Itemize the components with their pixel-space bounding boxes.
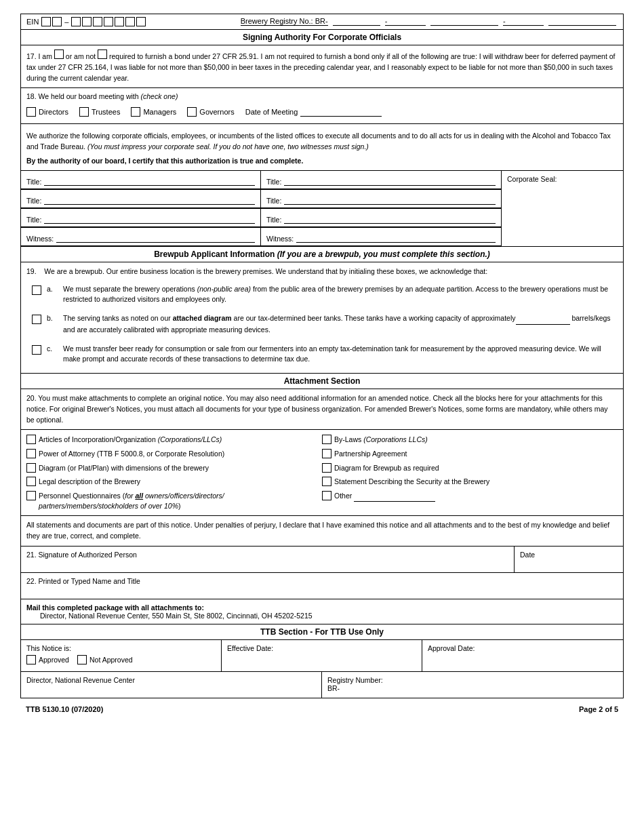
effective-date-label: Effective Date: <box>227 644 273 652</box>
managers-label: Managers <box>143 108 176 116</box>
brewery-reg-blank1[interactable] <box>333 17 380 26</box>
managers-option[interactable]: Managers <box>131 107 176 117</box>
attachment-8-checkbox[interactable] <box>322 463 331 473</box>
title-3-left-line[interactable] <box>44 214 255 224</box>
attachment-4-label: Legal description of the Brewery <box>39 477 140 487</box>
trustees-option[interactable]: Trustees <box>79 107 120 117</box>
witness-right-line[interactable] <box>296 233 496 243</box>
approved-option[interactable]: Approved <box>26 655 69 664</box>
brewpub-a-checkbox[interactable] <box>32 285 41 295</box>
attachment-10-checkbox[interactable] <box>322 491 331 500</box>
brewpub-item-c: c. We must transfer beer ready for consu… <box>21 341 623 368</box>
attachment-item-6: By-Laws (Corporations LLCs) <box>322 433 618 447</box>
ein-cell-4[interactable] <box>82 17 92 26</box>
item-20-number: 20. <box>26 394 38 402</box>
mail-address: Director, National Revenue Center, 550 M… <box>26 612 618 620</box>
date-of-meeting-label: Date of Meeting <box>245 108 298 116</box>
ein-cell-8[interactable] <box>125 17 135 26</box>
attachment-item-2: Power of Attorney (TTB F 5000.8, or Corp… <box>26 447 322 461</box>
approval-date-label: Approval Date: <box>428 644 475 652</box>
ttb-notice-label: This Notice is: <box>26 644 216 652</box>
governors-checkbox[interactable] <box>187 107 197 117</box>
attachment-6-label: By-Laws (Corporations LLCs) <box>334 435 428 445</box>
brewpub-section: Brewpub Applicant Information (If you ar… <box>21 247 623 374</box>
witness-left: Witness: <box>21 228 261 246</box>
brewpub-c-checkbox[interactable] <box>32 345 41 355</box>
ein-cell-7[interactable] <box>115 17 124 26</box>
title-2-right-line[interactable] <box>284 195 496 205</box>
ein-cell-6[interactable] <box>104 17 113 26</box>
attachment-7-label: Partnership Agreement <box>334 449 407 459</box>
not-approved-option[interactable]: Not Approved <box>77 655 133 664</box>
ein-cell-9[interactable] <box>136 17 146 26</box>
statements-section: All statements and documents are part of… <box>21 516 623 547</box>
attachment-1-checkbox[interactable] <box>26 435 36 444</box>
ein-cell-2[interactable] <box>52 17 62 26</box>
ein-cell-5[interactable] <box>93 17 102 26</box>
registry-prefix: BR- <box>327 684 618 692</box>
item-17-i-am-checkbox[interactable] <box>54 49 64 59</box>
brewpub-item-b: b. The serving tanks as noted on our att… <box>21 311 623 338</box>
sig-cell: 21. Signature of Authorized Person <box>21 547 515 572</box>
attachment-item-3: Diagram (or Plat/Plan) with dimensions o… <box>26 461 322 475</box>
brewery-reg-blank2[interactable] <box>430 17 498 26</box>
directors-checkbox[interactable] <box>26 107 36 117</box>
witness-left-line[interactable] <box>56 233 255 243</box>
ttb-grid: This Notice is: Approved Not Approved Ef… <box>21 640 623 672</box>
trustees-checkbox[interactable] <box>79 107 89 117</box>
managers-checkbox[interactable] <box>131 107 140 117</box>
attachment-item-9: Statement Describing the Security at the… <box>322 475 618 489</box>
item-17-body: required to furnish a bond under 27 CFR … <box>26 52 616 82</box>
ein-label: EIN <box>26 18 39 26</box>
ein-dash-1: – <box>64 18 68 26</box>
ein-area: EIN – <box>26 17 146 26</box>
brewery-reg-blank3[interactable] <box>548 17 616 26</box>
title-row-3: Title: Title: <box>21 209 501 228</box>
title-2-left-line[interactable] <box>44 195 255 205</box>
registry-number-label: Registry Number: <box>327 676 618 684</box>
ein-cell-1[interactable] <box>41 17 51 26</box>
brewpub-b-checkbox[interactable] <box>32 315 41 324</box>
date-of-meeting-input[interactable] <box>300 108 382 117</box>
authorization-text: We authorize the following corporate off… <box>26 128 618 155</box>
title-row-2: Title: Title: <box>21 190 501 209</box>
item-19-number: 19. <box>26 267 42 275</box>
printed-name-label: 22. Printed or Typed Name and Title <box>26 577 140 585</box>
signature-section: 21. Signature of Authorized Person Date <box>21 547 623 573</box>
ttb-director-label: Director, National Revenue Center <box>26 676 135 684</box>
attachment-3-checkbox[interactable] <box>26 463 36 473</box>
ein-box[interactable]: – <box>41 17 146 26</box>
title-1-right-line[interactable] <box>284 176 496 186</box>
bold-certification: By the authority of our board, I certify… <box>26 155 618 166</box>
attachment-4-checkbox[interactable] <box>26 477 36 486</box>
item-17-section: 17. I am or am not required to furnish a… <box>21 45 623 88</box>
sig-row: 21. Signature of Authorized Person Date <box>21 547 623 572</box>
attachment-7-checkbox[interactable] <box>322 449 331 458</box>
item-18-label: 18. We held our board meeting with (chec… <box>26 92 618 100</box>
item-17-or-am-not-checkbox[interactable] <box>98 49 107 59</box>
governors-option[interactable]: Governors <box>187 107 234 117</box>
directors-option[interactable]: Directors <box>26 107 68 117</box>
approved-checkbox[interactable] <box>26 655 36 664</box>
attachment-6-checkbox[interactable] <box>322 435 331 444</box>
ttb-approval-date-cell: Approval Date: <box>422 640 623 671</box>
page-footer: TTB 5130.10 (07/2020) Page 2 of 5 <box>20 701 624 713</box>
attachment-5-checkbox[interactable] <box>26 491 36 500</box>
title-3-right-line[interactable] <box>284 214 496 224</box>
attachment-item-5: Personnel Questionnaires (for all owners… <box>26 489 322 513</box>
attachment-8-label: Diagram for Brewpub as required <box>334 463 439 473</box>
attachment-9-checkbox[interactable] <box>322 477 331 486</box>
not-approved-checkbox[interactable] <box>77 655 87 664</box>
attachment-2-checkbox[interactable] <box>26 449 36 458</box>
title-3-left: Title: <box>21 209 261 227</box>
brewpub-c-text: We must transfer beer ready for consumpt… <box>63 344 618 365</box>
brewpub-b-text: The serving tanks as noted on our attach… <box>63 313 618 336</box>
title-1-left-line[interactable] <box>44 176 255 186</box>
ttb-effective-date-cell: Effective Date: <box>222 640 422 671</box>
brewery-reg-label: Brewery Registry No.: BR- <box>241 17 328 26</box>
sig-date-cell: Date <box>515 547 623 572</box>
directors-label: Directors <box>39 108 68 116</box>
ttb-section: TTB Section - For TTB Use Only This Noti… <box>21 624 623 698</box>
attachment-item-10: Other <box>322 489 618 504</box>
ein-cell-3[interactable] <box>71 17 81 26</box>
